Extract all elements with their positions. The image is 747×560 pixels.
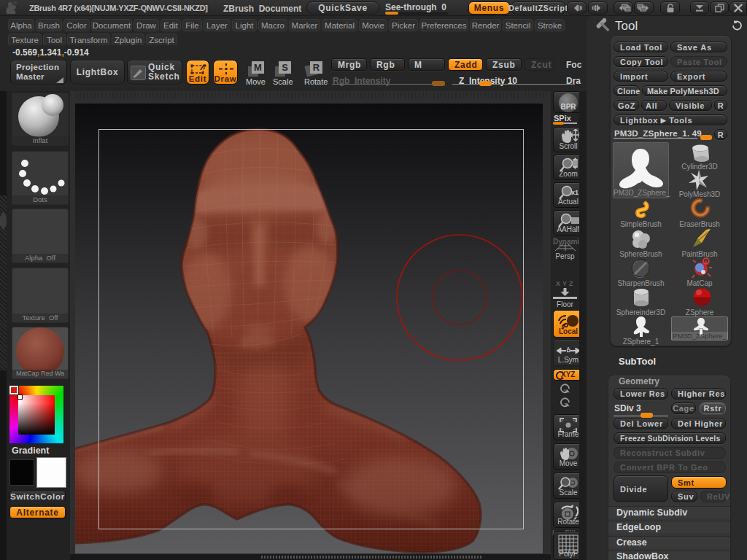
svg-text:Z: Z	[564, 402, 568, 408]
svg-text:Y: Y	[564, 389, 568, 394]
svg-text:x1: x1	[571, 189, 578, 196]
